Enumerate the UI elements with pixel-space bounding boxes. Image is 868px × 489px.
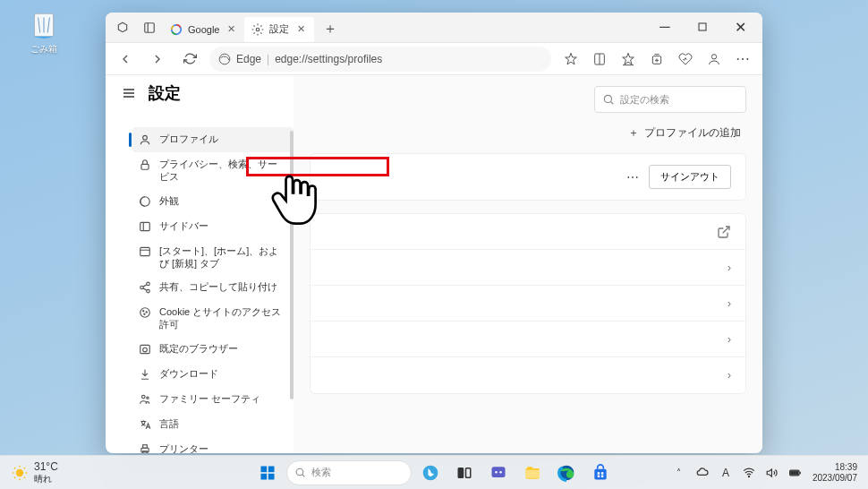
url-input[interactable]: Edge | edge://settings/profiles <box>209 47 551 72</box>
vertical-tabs-icon[interactable] <box>136 14 163 41</box>
svg-rect-67 <box>526 469 540 477</box>
sidebar-item-sidebar[interactable]: サイドバー <box>132 214 294 239</box>
favorite-button[interactable] <box>558 47 583 72</box>
collections-icon[interactable] <box>644 47 669 72</box>
chevron-right-icon: › <box>728 333 731 346</box>
sidebar-item-privacy[interactable]: プライバシー、検索、サービス <box>132 152 294 189</box>
svg-point-66 <box>499 470 502 473</box>
printer-icon <box>138 442 152 453</box>
more-menu-button[interactable]: ⋯ <box>730 47 755 72</box>
sidebar-item-share[interactable]: 共有、コピーして貼り付け <box>132 275 294 300</box>
wifi-icon[interactable] <box>743 467 755 479</box>
cookie-icon <box>138 305 152 320</box>
signout-button[interactable]: サインアウト <box>649 165 731 189</box>
sidebar-item-cookies[interactable]: Cookie とサイトのアクセス許可 <box>132 300 294 337</box>
list-item[interactable]: › <box>311 357 745 393</box>
svg-rect-70 <box>598 472 600 475</box>
sidebar-item-appearance[interactable]: 外観 <box>132 189 294 214</box>
new-tab-button[interactable]: ＋ <box>318 17 343 42</box>
chevron-right-icon: › <box>728 262 731 274</box>
list-item[interactable]: › <box>311 322 745 357</box>
sidebar-item-profiles[interactable]: プロファイル <box>132 127 294 152</box>
forward-button[interactable] <box>145 47 170 72</box>
sidebar-item-label: Cookie とサイトのアクセス許可 <box>159 305 286 331</box>
tray-chevron-icon[interactable]: ˄ <box>673 467 685 479</box>
sidebar-item-label: ダウンロード <box>159 367 286 380</box>
svg-line-50 <box>24 476 25 477</box>
reading-list-icon[interactable] <box>587 47 612 72</box>
close-window-button[interactable]: ✕ <box>721 13 759 42</box>
performance-icon[interactable] <box>673 47 698 72</box>
svg-rect-57 <box>261 473 268 479</box>
svg-line-44 <box>610 101 613 104</box>
recycle-bin[interactable]: ごみ箱 <box>22 9 65 56</box>
profile-more-button[interactable]: ⋯ <box>626 170 640 184</box>
weather-widget[interactable]: 31°C 晴れ <box>11 460 58 485</box>
svg-rect-55 <box>261 466 268 472</box>
svg-point-74 <box>748 476 749 476</box>
gear-icon <box>251 23 264 36</box>
svg-rect-69 <box>594 468 606 479</box>
list-item[interactable]: › <box>311 250 745 286</box>
sidebar-scrollbar[interactable] <box>290 131 294 399</box>
sidebar-item-label: プリンター <box>159 442 286 453</box>
onedrive-icon[interactable] <box>696 467 709 479</box>
sidebar-item-family[interactable]: ファミリー セーフティ <box>132 387 294 412</box>
tab-label: 設定 <box>269 22 289 36</box>
chevron-right-icon: › <box>728 369 731 382</box>
sidebar-item-downloads[interactable]: ダウンロード <box>132 362 294 387</box>
svg-rect-56 <box>268 466 275 472</box>
add-profile-button[interactable]: ＋ プロファイルの追加 <box>628 125 741 141</box>
back-button[interactable] <box>113 47 138 72</box>
tab-actions-icon[interactable] <box>109 14 136 41</box>
settings-search-input[interactable]: 設定の検索 <box>594 86 746 113</box>
tab-google[interactable]: Google ✕ <box>163 17 244 42</box>
clock[interactable]: 18:39 2023/09/07 <box>813 462 857 484</box>
battery-icon[interactable] <box>789 467 802 479</box>
svg-rect-64 <box>492 467 506 477</box>
svg-point-65 <box>495 470 498 473</box>
close-icon[interactable]: ✕ <box>294 23 307 36</box>
taskbar-search[interactable]: 検索 <box>286 460 412 485</box>
maximize-button[interactable] <box>684 13 721 42</box>
google-favicon <box>170 23 183 36</box>
taskbar-explorer-icon[interactable] <box>517 458 548 488</box>
profile-icon <box>138 133 152 147</box>
taskbar-edge-icon[interactable] <box>551 458 582 488</box>
titlebar: Google ✕ 設定 ✕ ＋ ─ ✕ <box>106 13 762 43</box>
taskbar-chat-icon[interactable] <box>483 458 514 488</box>
taskbar-search-placeholder: 検索 <box>311 466 331 479</box>
taskbar-store-icon[interactable] <box>585 458 616 488</box>
sidebar-item-printers[interactable]: プリンター <box>132 437 294 453</box>
tab-settings[interactable]: 設定 ✕ <box>244 17 314 42</box>
volume-icon[interactable] <box>766 467 779 479</box>
url-separator: | <box>267 53 269 65</box>
date: 2023/09/07 <box>813 473 857 484</box>
taskbar-taskview-icon[interactable] <box>449 458 480 488</box>
svg-point-36 <box>147 397 149 399</box>
close-icon[interactable]: ✕ <box>225 23 237 36</box>
sidebar-item-label: 外観 <box>159 194 286 207</box>
svg-point-30 <box>143 311 144 312</box>
svg-line-45 <box>723 227 729 233</box>
ime-icon[interactable]: A <box>719 467 732 479</box>
sidebar-item-default-browser[interactable]: 既定のブラウザー <box>132 337 294 362</box>
svg-rect-20 <box>140 222 150 230</box>
sidebar-item-languages[interactable]: 言語 <box>132 412 294 437</box>
start-button[interactable] <box>252 458 283 488</box>
taskbar-bing-icon[interactable] <box>415 458 446 488</box>
list-item[interactable] <box>311 214 745 250</box>
profile-settings-list: › › › › <box>310 213 746 394</box>
url-prefix: Edge <box>236 53 261 65</box>
search-icon <box>602 93 615 106</box>
svg-line-27 <box>143 285 147 287</box>
addressbar: Edge | edge://settings/profiles ⋯ <box>106 43 762 75</box>
sidebar-item-start[interactable]: [スタート]、[ホーム]、および [新規] タブ <box>132 239 294 276</box>
refresh-button[interactable] <box>177 47 202 72</box>
svg-rect-63 <box>466 468 471 477</box>
add-profile-label: プロファイルの追加 <box>644 125 741 141</box>
profile-button[interactable] <box>702 47 727 72</box>
favorites-icon[interactable] <box>616 47 641 72</box>
list-item[interactable]: › <box>311 286 745 322</box>
minimize-button[interactable]: ─ <box>646 13 684 42</box>
